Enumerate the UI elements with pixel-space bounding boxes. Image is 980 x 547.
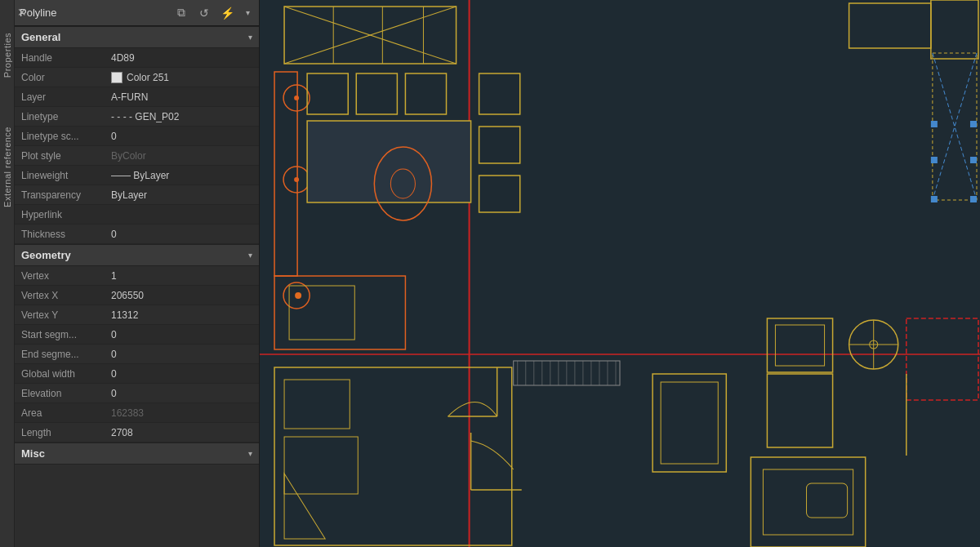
prop-value-elevation[interactable]: 0 [108, 385, 256, 402]
section-title-misc: Misc [21, 447, 45, 460]
prop-label-lineweight: Lineweight [18, 167, 108, 184]
svg-rect-30 [307, 121, 470, 202]
prop-row-transparency: Transparency ByLayer [15, 185, 259, 205]
prop-label-end-seg: End segme... [18, 346, 108, 362]
prop-label-global-width: Global width [18, 366, 108, 382]
prop-row-global-width: Global width 0 [15, 364, 259, 384]
prop-label-hyperlink: Hyperlink [18, 207, 108, 223]
toolbar-dropdown[interactable]: ▾ [241, 4, 254, 22]
close-button[interactable]: ✕ [15, 5, 29, 20]
external-reference-tab[interactable]: External reference [2, 127, 12, 207]
svg-point-24 [294, 177, 299, 182]
prop-label-area: Area [18, 405, 108, 421]
prop-value-thickness[interactable]: 0 [108, 226, 256, 242]
section-header-misc[interactable]: Misc ▾ [15, 442, 259, 465]
prop-value-linetype[interactable]: - - - - GEN_P02 [108, 109, 256, 125]
section-arrow-misc: ▾ [248, 449, 252, 458]
svg-rect-16 [931, 196, 938, 202]
section-title-general: General [21, 31, 60, 43]
prop-label-color: Color [18, 69, 108, 86]
prop-value-vertex-y[interactable]: 11312 [108, 307, 256, 323]
section-arrow-geometry: ▾ [248, 251, 252, 260]
prop-row-plot-style: Plot style ByColor [15, 146, 259, 166]
properties-tab[interactable]: Properties [2, 33, 12, 78]
prop-row-start-seg: Start segm... 0 [15, 325, 259, 345]
prop-row-color: Color Color 251 [15, 68, 259, 87]
prop-value-handle[interactable]: 4D89 [108, 50, 256, 66]
svg-point-22 [294, 96, 299, 100]
svg-rect-15 [970, 121, 977, 127]
prop-row-area: Area 162383 [15, 403, 259, 423]
color-swatch [111, 72, 122, 83]
svg-rect-17 [970, 196, 977, 202]
prop-value-start-seg[interactable]: 0 [108, 327, 256, 343]
svg-rect-14 [931, 121, 938, 127]
prop-row-linetype: Linetype - - - - GEN_P02 [15, 107, 259, 127]
panel-content: General ▾ Handle 4D89 Color Color 251 La… [15, 26, 259, 547]
prop-label-elevation: Elevation [18, 385, 108, 402]
toolbar-btn-refresh[interactable]: ↺ [195, 4, 213, 22]
cad-canvas-area[interactable] [260, 0, 980, 547]
left-side-tabs: Properties External reference [0, 0, 15, 547]
cad-drawing [260, 0, 980, 547]
prop-value-lineweight[interactable]: —— ByLayer [108, 167, 256, 184]
prop-row-linetype-scale: Linetype sc... 0 [15, 127, 259, 146]
prop-row-length: Length 2708 [15, 423, 259, 442]
prop-row-layer: Layer A-FURN [15, 87, 259, 107]
prop-row-hyperlink: Hyperlink [15, 205, 259, 225]
prop-row-vertex-y: Vertex Y 11312 [15, 305, 259, 325]
prop-row-vertex: Vertex 1 [15, 266, 259, 286]
prop-value-end-seg[interactable]: 0 [108, 346, 256, 362]
prop-value-vertex[interactable]: 1 [108, 268, 256, 284]
prop-row-end-seg: End segme... 0 [15, 345, 259, 364]
prop-value-transparency[interactable]: ByLayer [108, 187, 256, 203]
panel-title: Polyline [20, 7, 167, 19]
section-header-geometry[interactable]: Geometry ▾ [15, 244, 259, 266]
prop-value-hyperlink[interactable] [108, 212, 256, 217]
prop-value-length[interactable]: 2708 [108, 425, 256, 441]
prop-label-vertex-x: Vertex X [18, 287, 108, 304]
prop-value-global-width[interactable]: 0 [108, 366, 256, 382]
color-text: Color 251 [127, 72, 169, 83]
toolbar-btn-action[interactable]: ⚡ [218, 4, 236, 22]
properties-panel: Polyline ⧉ ↺ ⚡ ▾ General ▾ Handle 4D89 C… [15, 0, 260, 547]
prop-label-handle: Handle [18, 50, 108, 66]
prop-value-linetype-scale[interactable]: 0 [108, 128, 256, 145]
prop-label-linetype: Linetype [18, 109, 108, 125]
prop-value-plot-style[interactable]: ByColor [108, 148, 256, 164]
prop-label-vertex-y: Vertex Y [18, 307, 108, 323]
prop-label-transparency: Transparency [18, 187, 108, 203]
prop-label-linetype-scale: Linetype sc... [18, 128, 108, 145]
prop-value-color[interactable]: Color 251 [108, 69, 256, 86]
section-header-general[interactable]: General ▾ [15, 26, 259, 48]
prop-label-length: Length [18, 425, 108, 441]
prop-label-thickness: Thickness [18, 226, 108, 242]
prop-row-lineweight: Lineweight —— ByLayer [15, 166, 259, 185]
prop-value-layer[interactable]: A-FURN [108, 89, 256, 105]
prop-row-handle: Handle 4D89 [15, 48, 259, 68]
prop-label-layer: Layer [18, 89, 108, 105]
panel-toolbar: Polyline ⧉ ↺ ⚡ ▾ [15, 0, 259, 26]
toolbar-btn-copy[interactable]: ⧉ [172, 4, 190, 22]
prop-value-vertex-x[interactable]: 206550 [108, 287, 256, 304]
prop-row-vertex-x: Vertex X 206550 [15, 286, 259, 305]
prop-row-thickness: Thickness 0 [15, 225, 259, 244]
svg-rect-18 [931, 157, 938, 163]
prop-value-area[interactable]: 162383 [108, 405, 256, 421]
prop-label-start-seg: Start segm... [18, 327, 108, 343]
prop-row-elevation: Elevation 0 [15, 384, 259, 403]
section-arrow-general: ▾ [248, 33, 252, 42]
svg-rect-0 [260, 0, 980, 547]
svg-rect-19 [970, 157, 977, 163]
prop-label-plot-style: Plot style [18, 148, 108, 164]
prop-label-vertex: Vertex [18, 268, 108, 284]
section-title-geometry: Geometry [21, 249, 71, 261]
svg-point-26 [295, 292, 301, 299]
